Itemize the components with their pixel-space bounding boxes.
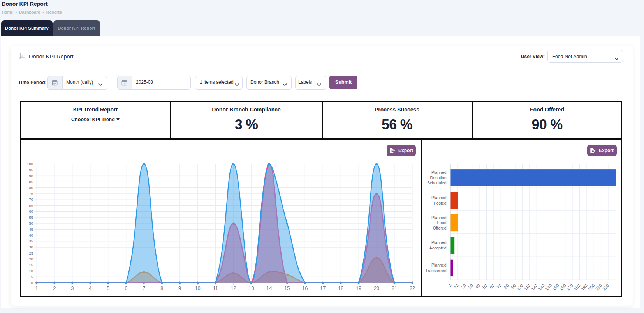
svg-text:110: 110 (523, 283, 531, 291)
svg-text:9: 9 (178, 285, 181, 291)
svg-text:20: 20 (29, 257, 33, 261)
svg-text:16: 16 (302, 285, 308, 291)
svg-text:10: 10 (195, 285, 200, 291)
svg-text:60: 60 (29, 209, 33, 214)
svg-text:PlannedFoodOffered: PlannedFoodOffered (431, 215, 447, 230)
svg-text:70: 70 (496, 283, 502, 290)
svg-text:10: 10 (29, 269, 33, 273)
svg-text:30: 30 (29, 245, 33, 249)
svg-text:PlannedTransferred: PlannedTransferred (426, 263, 447, 273)
svg-text:21: 21 (392, 285, 397, 291)
svg-text:85: 85 (29, 180, 33, 184)
svg-text:200: 200 (587, 283, 595, 291)
svg-text:210: 210 (595, 283, 603, 291)
svg-text:10: 10 (453, 283, 459, 290)
svg-text:70: 70 (29, 197, 33, 202)
svg-text:12: 12 (231, 285, 236, 291)
svg-text:50: 50 (482, 283, 488, 290)
svg-text:15: 15 (284, 285, 290, 291)
svg-text:PlannedPosted: PlannedPosted (431, 195, 447, 205)
svg-text:8: 8 (160, 285, 163, 291)
svg-text:75: 75 (29, 191, 33, 196)
svg-text:55: 55 (29, 215, 33, 219)
svg-text:19: 19 (356, 285, 361, 291)
svg-text:45: 45 (29, 227, 33, 232)
svg-text:5: 5 (107, 285, 109, 291)
svg-text:20: 20 (374, 285, 379, 291)
svg-text:90: 90 (29, 174, 33, 178)
svg-text:80: 80 (29, 186, 33, 190)
svg-text:35: 35 (29, 239, 33, 243)
svg-text:190: 190 (580, 283, 588, 291)
svg-text:6: 6 (125, 285, 127, 291)
svg-text:2: 2 (53, 285, 56, 291)
svg-text:25: 25 (29, 251, 33, 255)
svg-text:18: 18 (338, 285, 343, 291)
svg-text:15: 15 (29, 263, 33, 267)
svg-text:7: 7 (143, 285, 145, 291)
svg-text:150: 150 (551, 283, 560, 291)
svg-text:40: 40 (474, 283, 481, 290)
svg-text:120: 120 (530, 283, 538, 291)
svg-text:22: 22 (410, 285, 415, 291)
svg-text:11: 11 (213, 285, 218, 291)
svg-text:0: 0 (447, 283, 452, 288)
svg-text:170: 170 (566, 283, 574, 291)
svg-text:65: 65 (29, 203, 33, 208)
svg-text:50: 50 (29, 221, 33, 225)
svg-text:60: 60 (489, 283, 495, 290)
svg-text:5: 5 (31, 275, 33, 279)
svg-text:100: 100 (27, 162, 33, 166)
svg-text:17: 17 (320, 285, 326, 291)
svg-text:160: 160 (559, 283, 567, 291)
svg-text:80: 80 (503, 283, 510, 290)
svg-text:30: 30 (467, 283, 474, 290)
svg-text:PlannedDonationScheduled: PlannedDonationScheduled (427, 170, 447, 185)
svg-text:4: 4 (89, 285, 91, 291)
svg-text:PlannedAccepted: PlannedAccepted (429, 240, 447, 250)
svg-text:3: 3 (71, 285, 74, 291)
svg-text:20: 20 (460, 283, 467, 290)
svg-text:13: 13 (248, 285, 254, 291)
svg-text:140: 140 (544, 283, 553, 291)
svg-text:220: 220 (602, 283, 610, 291)
svg-text:130: 130 (537, 283, 545, 291)
svg-text:95: 95 (29, 168, 33, 172)
svg-text:14: 14 (266, 285, 272, 291)
svg-text:0: 0 (31, 281, 33, 285)
svg-text:180: 180 (573, 283, 581, 291)
svg-text:100: 100 (516, 283, 524, 291)
svg-text:1: 1 (35, 285, 38, 291)
svg-text:40: 40 (29, 233, 33, 237)
